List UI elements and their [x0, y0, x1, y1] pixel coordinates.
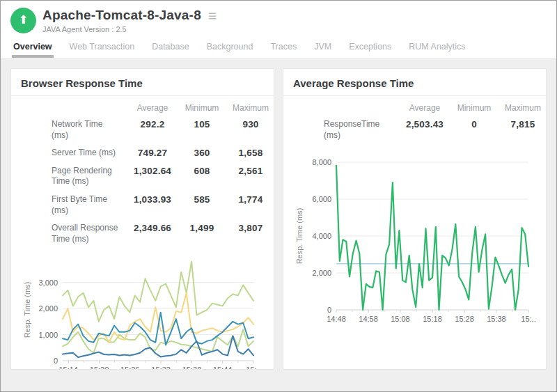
average-stats-table: Average Minimum Maximum ResponseTime (ms… — [293, 99, 547, 144]
svg-text:2,000: 2,000 — [312, 269, 331, 277]
col-header-average: Average — [125, 103, 180, 113]
col-header-maximum: Maximum — [496, 103, 547, 113]
cell-minimum: 585 — [180, 194, 223, 205]
svg-text:15:..: 15:.. — [246, 366, 260, 370]
row-label: Network Time (ms) — [21, 119, 125, 141]
svg-text:15:26: 15:26 — [120, 366, 140, 370]
dashboard-content: Browser Response Time Average Minimum Ma… — [1, 58, 556, 370]
cell-average: 749.27 — [125, 148, 180, 158]
svg-text:4,000: 4,000 — [312, 232, 331, 240]
tab-bar: Overview Web Transaction Database Backgr… — [1, 35, 556, 58]
svg-text:15:18: 15:18 — [423, 315, 442, 323]
cell-maximum: 1,658 — [223, 148, 274, 158]
cell-maximum: 3,807 — [223, 223, 274, 233]
svg-text:15:..: 15:.. — [521, 315, 535, 323]
cell-average: 2,503.43 — [397, 119, 453, 130]
app-header: ⬆ Apache-Tomcat-8-Java-8 ≡ JAVA Agent Ve… — [1, 1, 556, 35]
row-label: First Byte Time (ms) — [21, 194, 125, 216]
browser-response-time-chart[interactable]: 01,0002,0003,00015:1415:2015:2615:3215:3… — [21, 253, 265, 370]
row-label: Server Time (ms) — [21, 148, 125, 159]
svg-text:0: 0 — [327, 306, 331, 314]
svg-text:15:38: 15:38 — [487, 315, 506, 323]
tab-jvm[interactable]: JVM — [314, 35, 331, 58]
cell-maximum: 1,774 — [223, 194, 274, 205]
cell-average: 292.2 — [125, 119, 180, 130]
svg-text:0: 0 — [54, 356, 58, 365]
cell-average: 1,033.93 — [125, 194, 180, 205]
svg-text:15:44: 15:44 — [213, 366, 233, 370]
svg-text:15:32: 15:32 — [151, 366, 171, 370]
svg-text:14:58: 14:58 — [359, 315, 378, 323]
cell-average: 2,349.66 — [125, 223, 180, 233]
tab-traces[interactable]: Traces — [270, 35, 297, 58]
cell-maximum: 930 — [223, 119, 274, 130]
table-row: Server Time (ms) 749.27 360 1,658 — [21, 144, 274, 162]
page-title: Apache-Tomcat-8-Java-8 — [42, 8, 201, 23]
divider — [11, 95, 274, 96]
browser-response-time-card: Browser Response Time Average Minimum Ma… — [10, 68, 274, 370]
app-window: ⬆ Apache-Tomcat-8-Java-8 ≡ JAVA Agent Ve… — [0, 0, 557, 392]
svg-text:6,000: 6,000 — [312, 195, 331, 203]
col-header-minimum: Minimum — [180, 103, 223, 113]
svg-text:15:28: 15:28 — [455, 315, 474, 323]
svg-text:15:14: 15:14 — [58, 366, 78, 370]
svg-text:Resp. Time (ms): Resp. Time (ms) — [23, 282, 31, 338]
col-header-average: Average — [397, 103, 453, 113]
average-response-time-card: Average Response Time Average Minimum Ma… — [283, 68, 547, 370]
col-header-maximum: Maximum — [223, 103, 274, 113]
cell-maximum: 7,815 — [496, 119, 547, 130]
svg-text:15:38: 15:38 — [182, 366, 202, 370]
col-header-minimum: Minimum — [453, 103, 496, 113]
table-row: Network Time (ms) 292.2 105 930 — [21, 116, 274, 144]
svg-text:2,000: 2,000 — [38, 304, 58, 313]
table-row: First Byte Time (ms) 1,033.93 585 1,774 — [21, 191, 274, 219]
tab-rum-analytics[interactable]: RUM Analytics — [409, 35, 465, 58]
row-label: ResponseTime (ms) — [293, 119, 397, 141]
tab-overview[interactable]: Overview — [13, 35, 52, 58]
table-row: Overall Response Time (ms) 2,349.66 1,49… — [21, 219, 274, 248]
divider — [283, 95, 546, 96]
cell-minimum: 608 — [180, 166, 223, 176]
tab-web-transaction[interactable]: Web Transaction — [70, 35, 135, 58]
tab-background[interactable]: Background — [207, 35, 253, 58]
up-arrow-icon: ⬆ — [18, 14, 28, 26]
svg-text:8,000: 8,000 — [312, 158, 331, 166]
svg-text:15:08: 15:08 — [391, 315, 410, 323]
tab-database[interactable]: Database — [152, 35, 189, 58]
cell-minimum: 0 — [453, 119, 496, 130]
cell-minimum: 1,499 — [180, 223, 223, 233]
row-label: Page Rendering Time (ms) — [21, 166, 125, 187]
table-row: Page Rendering Time (ms) 1,302.64 608 2,… — [21, 162, 274, 191]
svg-text:1,000: 1,000 — [38, 331, 58, 339]
agent-version-subtitle: JAVA Agent Version : 2.5 — [42, 25, 217, 33]
cell-minimum: 360 — [180, 148, 223, 158]
agent-status-icon: ⬆ — [10, 8, 36, 33]
cell-average: 1,302.64 — [125, 166, 180, 176]
cell-minimum: 105 — [180, 119, 223, 130]
average-response-time-chart[interactable]: 02,0004,0006,0008,00014:4814:5815:0815:1… — [293, 155, 541, 328]
card-title: Average Response Time — [293, 77, 536, 89]
svg-text:14:48: 14:48 — [327, 315, 346, 323]
browser-stats-table: Average Minimum Maximum Network Time (ms… — [21, 99, 274, 248]
hamburger-menu-icon[interactable]: ≡ — [208, 8, 217, 23]
cell-maximum: 2,561 — [223, 166, 274, 176]
tab-exceptions[interactable]: Exceptions — [349, 35, 391, 58]
card-title: Browser Response Time — [21, 77, 264, 89]
svg-text:3,000: 3,000 — [38, 279, 58, 287]
table-row: ResponseTime (ms) 2,503.43 0 7,815 — [293, 116, 547, 144]
svg-text:15:20: 15:20 — [90, 366, 109, 370]
svg-text:Resp. Time (ms): Resp. Time (ms) — [295, 208, 304, 265]
row-label: Overall Response Time (ms) — [21, 223, 125, 244]
